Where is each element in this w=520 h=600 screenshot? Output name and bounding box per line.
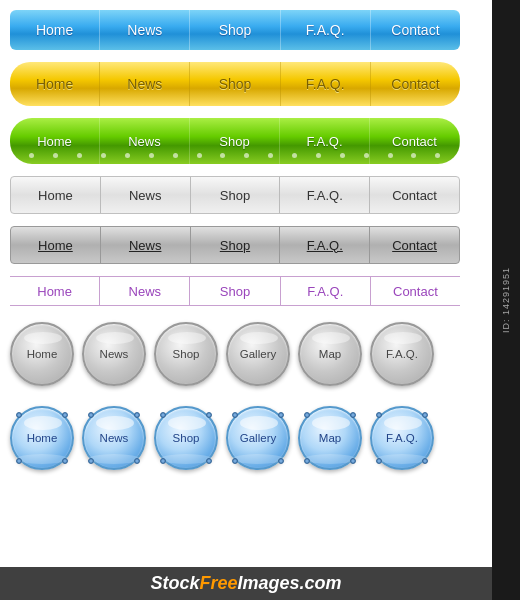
nav-darkgray-home[interactable]: Home [11,227,101,263]
screw-br [206,458,212,464]
circle-gray-news[interactable]: News [82,322,146,386]
circle-gray-home-label: Home [27,348,58,360]
nav-darkgray-contact[interactable]: Contact [370,227,459,263]
circle-gray-map[interactable]: Map [298,322,362,386]
screw-tr [206,412,212,418]
watermark-free: Free [199,573,237,593]
nav-yellow-news[interactable]: News [100,62,190,106]
circle-blue-shop[interactable]: Shop [154,406,218,470]
nav-purple-faq[interactable]: F.A.Q. [281,277,371,305]
circle-gray-gallery-label: Gallery [240,348,276,360]
nav-bar-blue: Home News Shop F.A.Q. Contact [10,10,460,50]
screw-tl [16,412,22,418]
circle-blue-faq-label: F.A.Q. [386,432,418,444]
circle-blue-gallery[interactable]: Gallery [226,406,290,470]
watermark-side: ID: 14291951 [492,0,520,600]
nav-yellow-shop[interactable]: Shop [190,62,280,106]
screw-bl [160,458,166,464]
nav-gray-news[interactable]: News [101,177,191,213]
circle-gray-gallery[interactable]: Gallery [226,322,290,386]
nav-gray-shop[interactable]: Shop [191,177,281,213]
nav-blue-faq[interactable]: F.A.Q. [281,10,371,50]
screw-bl [16,458,22,464]
screw-bl [232,458,238,464]
side-id: ID: 14291951 [501,267,511,333]
nav-darkgray-faq[interactable]: F.A.Q. [280,227,370,263]
circle-blue-news[interactable]: News [82,406,146,470]
nav-bar-purple: Home News Shop F.A.Q. Contact [10,276,460,306]
circle-blue-shop-label: Shop [173,432,200,444]
screw-bl [304,458,310,464]
nav-yellow-faq[interactable]: F.A.Q. [281,62,371,106]
nav-purple-home[interactable]: Home [10,277,100,305]
screw-tl [376,412,382,418]
nav-purple-contact[interactable]: Contact [371,277,460,305]
nav-blue-home[interactable]: Home [10,10,100,50]
nav-blue-contact[interactable]: Contact [371,10,460,50]
screw-br [62,458,68,464]
nav-darkgray-news[interactable]: News [101,227,191,263]
circle-blue-gallery-label: Gallery [240,432,276,444]
nav-gray-home[interactable]: Home [11,177,101,213]
nav-purple-shop[interactable]: Shop [190,277,280,305]
circle-blue-news-label: News [100,432,129,444]
screw-tr [350,412,356,418]
nav-blue-shop[interactable]: Shop [190,10,280,50]
screw-tl [232,412,238,418]
screw-tr [134,412,140,418]
screw-br [278,458,284,464]
nav-purple-news[interactable]: News [100,277,190,305]
circle-gray-shop[interactable]: Shop [154,322,218,386]
nav-gray-faq[interactable]: F.A.Q. [280,177,370,213]
circle-row-blue: Home News Shop Gallery M [10,402,480,474]
circle-blue-map-label: Map [319,432,341,444]
circle-gray-faq[interactable]: F.A.Q. [370,322,434,386]
screw-tl [304,412,310,418]
nav-bar-darkgray: Home News Shop F.A.Q. Contact [10,226,460,264]
green-dots-decoration [10,153,460,158]
screw-br [350,458,356,464]
circle-blue-home[interactable]: Home [10,406,74,470]
nav-yellow-home[interactable]: Home [10,62,100,106]
circle-gray-faq-label: F.A.Q. [386,348,418,360]
screw-bl [376,458,382,464]
circle-gray-home[interactable]: Home [10,322,74,386]
nav-darkgray-shop[interactable]: Shop [191,227,281,263]
screw-bl [88,458,94,464]
circle-gray-map-label: Map [319,348,341,360]
circle-row-gray: Home News Shop Gallery Map F.A.Q. [10,318,480,390]
nav-bar-green: Home News Shop F.A.Q. Contact [10,118,460,164]
screw-tl [160,412,166,418]
main-content: Home News Shop F.A.Q. Contact Home News … [0,0,520,484]
circle-blue-home-label: Home [27,432,58,444]
circle-blue-map[interactable]: Map [298,406,362,470]
screw-tl [88,412,94,418]
screw-br [422,458,428,464]
nav-bar-yellow: Home News Shop F.A.Q. Contact [10,62,460,106]
circle-gray-shop-label: Shop [173,348,200,360]
nav-blue-news[interactable]: News [100,10,190,50]
screw-tr [422,412,428,418]
circle-gray-news-label: News [100,348,129,360]
nav-gray-contact[interactable]: Contact [370,177,459,213]
watermark-bottom: StockFreeImages.com [0,567,492,600]
nav-yellow-contact[interactable]: Contact [371,62,460,106]
nav-bar-gray: Home News Shop F.A.Q. Contact [10,176,460,214]
screw-tr [278,412,284,418]
circle-blue-faq[interactable]: F.A.Q. [370,406,434,470]
screw-br [134,458,140,464]
screw-tr [62,412,68,418]
